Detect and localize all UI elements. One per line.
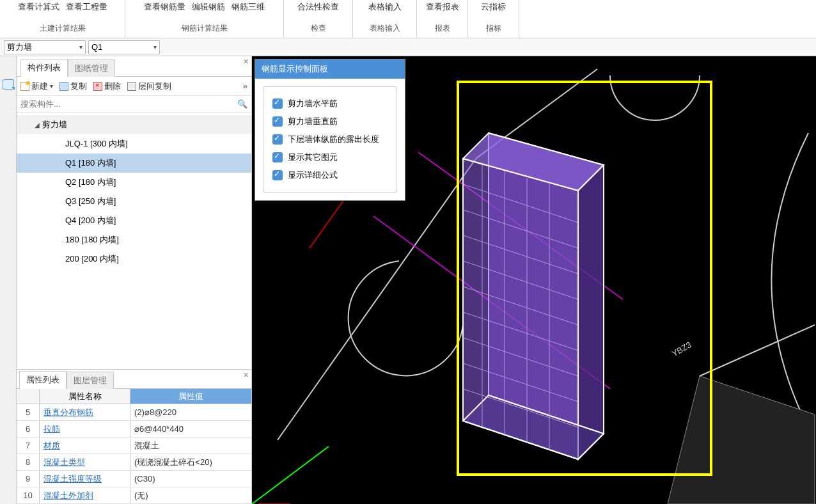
ribbon-btn[interactable]: 合法性检查 [297,0,339,13]
close-icon[interactable]: ✕ [243,371,249,379]
row-index: 10 [17,487,40,503]
search-icon[interactable]: 🔍 [237,99,247,109]
chevron-down-icon: ▾ [50,83,53,90]
property-name[interactable]: 混凝土类型 [40,454,130,470]
component-dropdown[interactable]: Q1 ▾ [88,40,160,54]
tree-item[interactable]: 180 [180 内墙] [17,230,251,249]
grid-header-value: 属性值 [130,389,251,404]
display-option[interactable]: 剪力墙水平筋 [272,95,388,113]
checkbox-icon[interactable] [272,152,283,162]
checkbox-icon[interactable] [272,170,283,180]
sidebar-tabs: 构件列表 图纸管理 [17,59,251,77]
option-label: 剪力墙垂直筋 [288,116,338,127]
copy-button[interactable]: 复制 [59,81,87,92]
chevron-down-icon: ▾ [153,43,157,51]
ribbon-group-label: 报表 [417,23,467,38]
checkbox-icon[interactable] [272,134,283,145]
new-button[interactable]: 新建▾ [20,81,53,92]
property-name[interactable]: 混凝土强度等级 [40,471,130,487]
svg-line-8 [252,446,329,504]
collapse-icon[interactable]: ◢ [35,122,40,129]
grid-corner [17,389,40,404]
ribbon-btn[interactable]: 查看工程量 [66,0,107,13]
ribbon-group-label: 检查 [284,23,352,38]
row-index: 6 [17,421,40,437]
delete-button[interactable]: 删除 [93,81,121,92]
property-name[interactable]: 垂直分布钢筋 [40,404,130,420]
panel-title: 钢筋显示控制面板 [255,59,405,79]
option-label: 下层墙体纵筋的露出长度 [288,134,379,145]
checkbox-icon[interactable] [272,116,283,127]
tree-root[interactable]: ◢ 剪力墙 [17,115,251,134]
tab-layer-mgmt[interactable]: 图层管理 [67,372,114,389]
ribbon-btn[interactable]: 查看报表 [426,0,459,13]
category-dropdown[interactable]: 剪力墙 ▾ [4,40,86,54]
dropdown-value: 剪力墙 [7,42,32,53]
property-row[interactable]: 10混凝土外加剂(无) [17,487,251,504]
property-row[interactable]: 8混凝土类型(现浇混凝土碎石<20) [17,454,251,471]
tree-item[interactable]: Q1 [180 内墙] [17,154,251,173]
tree-item[interactable]: JLQ-1 [300 内墙] [17,134,251,154]
property-value[interactable]: ⌀6@440*440 [130,421,251,437]
property-grid: 属性名称 属性值 5垂直分布钢筋(2)⌀8@2206拉筋⌀6@440*4407材… [17,389,251,504]
ribbon: 查看计算式 查看工程量 土建计算结果 查看钢筋量 编辑钢筋 钢筋三维 钢筋计算结… [0,0,816,38]
property-value[interactable]: (无) [130,487,251,503]
property-row[interactable]: 6拉筋⌀6@440*440 [17,421,251,437]
dock-toggle-icon[interactable] [3,79,14,90]
property-name[interactable]: 拉筋 [40,421,130,437]
tree-item[interactable]: Q4 [200 内墙] [17,211,251,230]
dropdown-value: Q1 [91,42,102,52]
ribbon-btn[interactable]: 表格输入 [368,0,402,13]
selector-bar: 剪力墙 ▾ Q1 ▾ [0,38,816,56]
property-value[interactable]: (C30) [130,471,251,487]
tree-item[interactable]: Q3 [250 内墙] [17,192,251,211]
property-row[interactable]: 7材质混凝土 [17,437,251,454]
ribbon-group-label: 表格输入 [353,23,416,38]
row-index: 5 [17,404,40,420]
tree-item[interactable]: Q2 [180 内墙] [17,173,251,192]
ribbon-btn[interactable]: 钢筋三维 [231,0,265,13]
chevron-down-icon: ▾ [79,43,82,51]
property-panel: ✕ 属性列表 图层管理 属性名称 属性值 5垂直分布钢筋(2)⌀8@2206拉筋… [17,369,251,504]
option-label: 显示详细公式 [288,169,338,181]
tree-item[interactable]: 200 [200 内墙] [17,249,251,269]
tab-drawing-mgmt[interactable]: 图纸管理 [68,59,115,77]
ribbon-btn[interactable]: 云指标 [481,0,506,13]
option-label: 显示其它图元 [288,152,338,163]
property-row[interactable]: 9混凝土强度等级(C30) [17,471,251,487]
tab-component-list[interactable]: 构件列表 [20,59,68,77]
search-input[interactable] [20,99,237,109]
property-name[interactable]: 材质 [40,437,130,453]
search-row: 🔍 [17,96,251,113]
row-index: 7 [17,437,40,453]
sidebar-toolbar: 新建▾ 复制 删除 层间复制 » [17,77,251,96]
row-index: 9 [17,471,40,487]
display-option[interactable]: 显示其它图元 [272,148,388,166]
svg-line-0 [278,159,476,440]
display-option[interactable]: 剪力墙垂直筋 [272,113,388,130]
property-value[interactable]: 混凝土 [130,437,251,453]
tree-root-label: 剪力墙 [42,119,67,130]
layer-icon [127,82,136,91]
grid-header-name: 属性名称 [40,389,130,404]
ribbon-group-label: 土建计算结果 [0,23,125,38]
selection-highlight [457,81,712,476]
property-value[interactable]: (2)⌀8@220 [130,404,251,420]
checkbox-icon[interactable] [272,98,283,109]
property-value[interactable]: (现浇混凝土碎石<20) [130,454,251,470]
viewport-3d[interactable]: YBZ3 [252,56,816,504]
display-option[interactable]: 显示详细公式 [272,166,388,184]
component-tree: ◢ 剪力墙 JLQ-1 [300 内墙] Q1 [180 内墙] Q2 [180… [17,113,251,271]
ribbon-btn[interactable]: 查看钢筋量 [144,0,185,13]
display-option[interactable]: 下层墙体纵筋的露出长度 [272,130,388,148]
property-name[interactable]: 混凝土外加剂 [40,487,130,503]
ribbon-btn[interactable]: 查看计算式 [18,0,59,13]
property-row[interactable]: 5垂直分布钢筋(2)⌀8@220 [17,404,251,421]
new-icon [20,82,29,91]
ribbon-btn[interactable]: 编辑钢筋 [192,0,225,13]
close-icon[interactable]: ✕ [243,58,249,66]
more-icon[interactable]: » [243,81,247,91]
layer-copy-button[interactable]: 层间复制 [127,81,171,92]
rebar-display-panel: 钢筋显示控制面板 剪力墙水平筋剪力墙垂直筋下层墙体纵筋的露出长度显示其它图元显示… [255,59,405,201]
tab-properties[interactable]: 属性列表 [19,371,67,389]
